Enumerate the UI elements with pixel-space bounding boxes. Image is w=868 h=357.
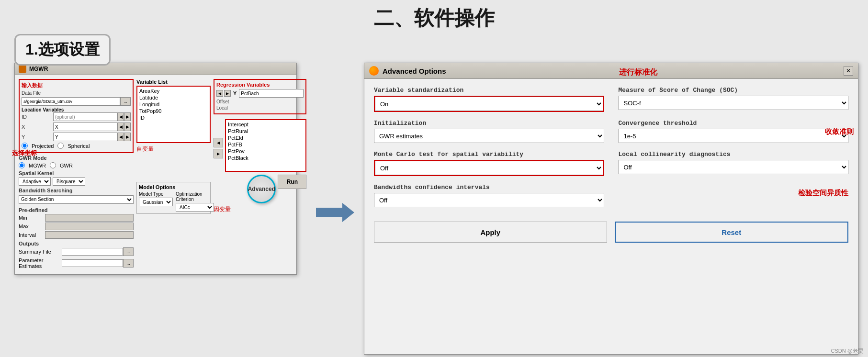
select-coordinate-annotation: 选择坐标 — [12, 149, 37, 157]
x-next-btn[interactable]: ▶ — [124, 123, 131, 131]
advanced-title: Advanced Options — [383, 67, 446, 75]
y-label: Y — [22, 134, 53, 140]
transfer-right-btn[interactable]: ◀ — [214, 138, 223, 147]
local-pctblack[interactable]: PctBlack — [227, 155, 304, 161]
param-estimates-input[interactable] — [62, 259, 123, 267]
var-item-latitude[interactable]: Latitude — [138, 94, 209, 101]
max-label: Max — [19, 223, 45, 229]
local-pctpov[interactable]: PctPov — [227, 148, 304, 155]
var-item-areakey[interactable]: AreaKey — [138, 88, 209, 94]
optimization-select[interactable]: AICc — [176, 203, 214, 212]
svg-marker-0 — [316, 203, 354, 222]
y-right-btn[interactable]: ▶ — [224, 90, 231, 97]
y-next-btn[interactable]: ▶ — [124, 133, 131, 141]
variable-std-select[interactable]: On Off — [375, 97, 603, 111]
id-next-btn[interactable]: ▶ — [124, 112, 131, 121]
projected-radio[interactable] — [22, 143, 28, 149]
close-button[interactable]: ✕ — [844, 66, 853, 76]
input-data-label: 输入数据 — [22, 82, 131, 89]
test-spatial-annotation: 检验空间异质性 — [619, 189, 849, 198]
local-collinearity-select[interactable]: Off On — [619, 160, 849, 174]
local-pctrural[interactable]: PctRural — [227, 128, 304, 134]
local-pctfb[interactable]: PctFB — [227, 141, 304, 148]
convergence-label: Convergence threshold — [619, 120, 849, 127]
outputs-label: Outputs — [19, 241, 134, 246]
advanced-icon — [369, 66, 379, 76]
reset-button[interactable]: Reset — [615, 222, 849, 243]
mgwr-icon — [19, 65, 26, 73]
var-item-id[interactable]: ID — [138, 114, 209, 121]
measure-select[interactable]: SOC-f SOC-a — [619, 96, 849, 110]
spatial-kernel-label: Spatial Kernel — [19, 170, 134, 176]
initialization-label: Initialization — [374, 120, 604, 127]
convergence-annotation: 收敛准则 — [825, 127, 854, 136]
local-pcteld[interactable]: PctEld — [227, 134, 304, 141]
model-type-label: Model Type — [139, 191, 173, 197]
convergence-select[interactable]: 1e-5 1e-4 1e-6 — [619, 129, 849, 143]
y-left-btn[interactable]: ◀ — [216, 90, 223, 97]
local-list-box: Intercept PctRural PctEld PctFB PctPov P… — [225, 119, 306, 172]
run-button[interactable]: Run — [278, 175, 306, 189]
x-prev-btn[interactable]: ◀ — [118, 123, 124, 131]
transfer-left-btn[interactable]: ▶ — [214, 149, 223, 158]
adaptive-select[interactable]: Adaptive — [19, 177, 51, 186]
model-options-label: Model Options — [139, 184, 208, 190]
initialization-select[interactable]: GWR estimates None — [374, 129, 604, 143]
gwr-radio-label: GWR — [60, 163, 73, 168]
bandwidths-label: Bandwidths confidence intervals — [374, 184, 604, 191]
variable-std-label: Variable standardization — [374, 87, 604, 94]
param-estimates-label: Parameter Estimates — [19, 257, 62, 269]
browse-button[interactable]: ... — [120, 97, 131, 106]
projected-label: Projected — [32, 143, 54, 149]
gwr-radio[interactable] — [50, 162, 56, 168]
big-arrow-icon — [316, 201, 354, 224]
bandwidth-searching-label: Bandwidth Searching — [19, 188, 134, 193]
location-variables-label: Location Variables — [22, 107, 131, 112]
y-value-input[interactable] — [239, 89, 304, 98]
var-item-longitud[interactable]: Longitud — [138, 101, 209, 108]
local-collinearity-label: Local collinearity diagnostics — [619, 151, 849, 158]
variable-list-label: Variable List — [136, 79, 211, 85]
mgwr-title: MGWR — [29, 66, 48, 72]
max-input[interactable] — [45, 223, 134, 230]
monte-carlo-label: Monte Carlo test for spatial variability — [374, 151, 604, 158]
var-item-totpop90[interactable]: TotPop90 — [138, 108, 209, 114]
summary-file-label: Summary File — [19, 249, 62, 255]
summary-file-input[interactable] — [62, 248, 123, 256]
x-input[interactable] — [53, 123, 118, 131]
min-input[interactable] — [45, 214, 134, 222]
bandwidth-select[interactable]: Golden Section — [19, 195, 134, 204]
x-label: X — [22, 124, 53, 130]
local-label: Local — [216, 105, 304, 111]
mgwr-radio[interactable] — [19, 162, 25, 168]
summary-browse-btn[interactable]: ... — [123, 247, 134, 256]
mgwr-window: MGWR 输入数据 Data File ... Lo — [14, 63, 297, 275]
monte-carlo-select[interactable]: Off On — [375, 161, 603, 175]
y-prev-btn[interactable]: ◀ — [118, 133, 124, 141]
independent-var-annotation: 自变量 — [136, 145, 211, 153]
apply-button[interactable]: Apply — [374, 222, 607, 243]
min-label: Min — [19, 215, 45, 221]
id-prev-btn[interactable]: ◀ — [118, 112, 124, 121]
regression-variables-label: Regression Variables — [216, 82, 304, 88]
id-input[interactable] — [53, 112, 118, 121]
mgwr-radio-label: MGWR — [29, 163, 46, 168]
spherical-radio[interactable] — [57, 143, 64, 149]
bisquare-select[interactable]: Bisquare — [53, 177, 85, 186]
standardize-annotation: 进行标准化 — [619, 67, 657, 78]
model-type-select[interactable]: Gaussian — [139, 198, 173, 206]
data-file-label: Data File — [22, 90, 60, 96]
advanced-options-window: Advanced Options ✕ Variable standardizat… — [364, 63, 858, 355]
local-intercept[interactable]: Intercept — [227, 121, 304, 128]
data-file-input[interactable] — [22, 97, 120, 106]
watermark: CSDN @老贾 — [831, 347, 863, 355]
y-input[interactable] — [53, 133, 118, 141]
pre-defined-label: Pre-defined — [19, 207, 134, 213]
interval-input[interactable] — [45, 231, 134, 239]
id-label: ID — [22, 114, 53, 120]
param-browse-btn[interactable]: ... — [123, 259, 134, 268]
measure-label: Measure of Score of Change (SOC) — [619, 87, 849, 94]
bandwidths-select[interactable]: Off On — [374, 193, 604, 207]
spherical-label: Spherical — [68, 143, 90, 149]
advanced-button[interactable]: Advanced — [247, 175, 276, 203]
